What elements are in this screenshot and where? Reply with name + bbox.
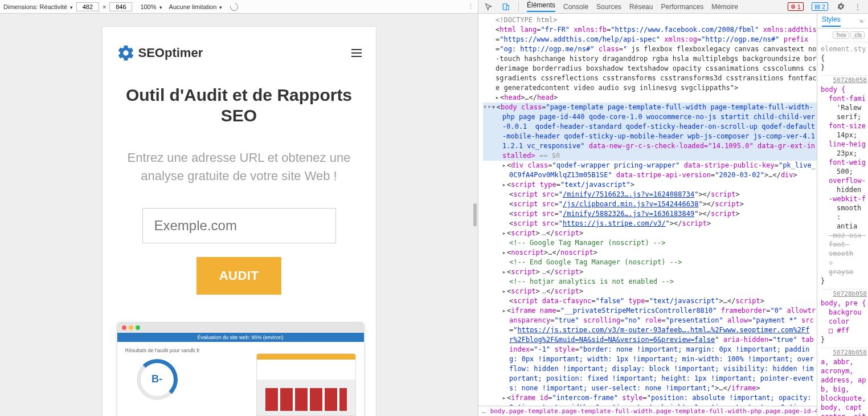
resize-handle[interactable]	[473, 203, 477, 226]
responsive-toolbar: Dimensions: Réactivité × 100% Aucune lim…	[0, 0, 478, 14]
preview-header: Résultats de l'audit pour vandb.fr	[125, 348, 245, 353]
hov-toggle[interactable]: :hov	[833, 31, 849, 39]
viewport-width-input[interactable]	[76, 2, 99, 11]
svg-rect-1	[506, 5, 509, 10]
rotate-icon[interactable]	[229, 1, 240, 12]
device-icon[interactable]	[501, 2, 510, 11]
site-logo[interactable]: SEOptimer	[117, 44, 203, 62]
page-frame: SEOptimer Outil d'Audit et de Rapports S…	[102, 26, 376, 416]
responsive-viewport: SEOptimer Outil d'Audit et de Rapports S…	[0, 14, 478, 416]
page-subtitle: Entrez une adresse URL et obtenez une an…	[117, 149, 362, 185]
tab-sources[interactable]: Sources	[596, 3, 621, 11]
debug-badge[interactable]: ▤ 2	[812, 2, 828, 11]
url-input[interactable]	[142, 208, 336, 243]
tab-console[interactable]: Console	[563, 3, 588, 11]
logo-text: SEOptimer	[138, 46, 203, 60]
grade-gauge: B-	[137, 359, 178, 400]
gear-icon	[117, 44, 135, 62]
cls-toggle[interactable]: .cls	[850, 31, 865, 39]
settings-icon[interactable]	[836, 2, 845, 11]
tab-network[interactable]: Réseau	[629, 3, 653, 11]
devtools-tabs: Éléments Console Sources Réseau Performa…	[478, 0, 868, 14]
tab-styles[interactable]: Styles	[822, 15, 841, 27]
zoom-dropdown[interactable]: 100%	[140, 3, 162, 10]
dim-sep: ×	[103, 3, 106, 10]
viewport-height-input[interactable]	[109, 2, 132, 11]
preview-card: Évaluation du site web: 85% (environ) Ré…	[117, 322, 365, 416]
tab-memory[interactable]: Mémoire	[711, 3, 738, 11]
menu-icon[interactable]	[351, 49, 362, 57]
preview-banner: Évaluation du site web: 85% (environ)	[117, 333, 364, 342]
dimensions-dropdown[interactable]: Dimensions: Réactivité	[3, 3, 73, 10]
styles-more-icon[interactable]: »	[859, 17, 863, 25]
tab-elements[interactable]: Éléments	[527, 1, 555, 12]
error-badge[interactable]: ⊗ 1	[788, 2, 804, 11]
style-rules[interactable]: element.sty{}50728b058body {font-fami'Ra…	[817, 42, 868, 416]
inspect-icon[interactable]	[484, 2, 493, 11]
dom-tree[interactable]: <!DOCTYPE html><html lang="fr-FR" xmlns:…	[478, 14, 817, 416]
page-title: Outil d'Audit et de Rapports SEO	[117, 85, 362, 126]
breadcrumb[interactable]: … body.page-template.page-template-full-…	[478, 406, 817, 416]
throttle-dropdown[interactable]: Aucune limitation	[169, 3, 223, 10]
tab-performance[interactable]: Performances	[661, 3, 703, 11]
site-screenshot	[256, 353, 356, 416]
styles-pane: Styles » :hov .cls element.sty{}50728b05…	[817, 14, 868, 416]
more-icon[interactable]: ⋮	[853, 2, 862, 11]
audit-button[interactable]: AUDIT	[196, 257, 282, 295]
more-icon[interactable]: ⋮	[468, 3, 474, 10]
